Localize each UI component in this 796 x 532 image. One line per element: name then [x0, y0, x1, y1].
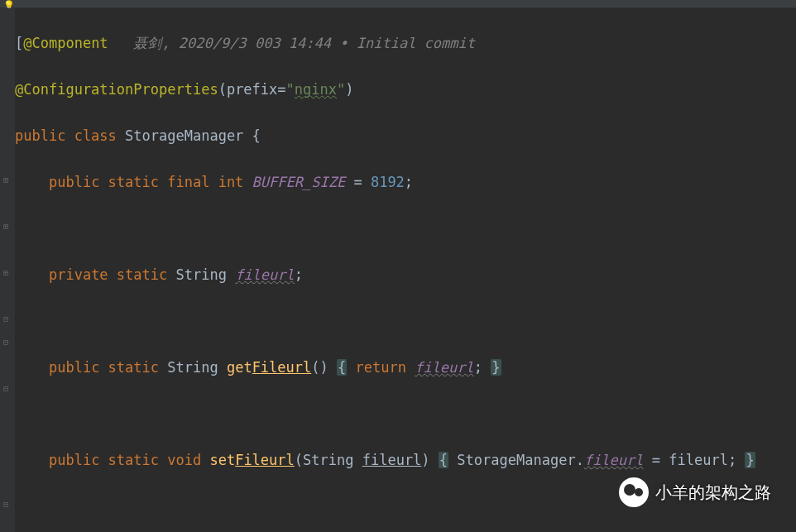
fold-end-icon[interactable]: ⊟	[3, 338, 12, 347]
fold-start-icon[interactable]: ⊟	[3, 315, 12, 324]
fold-icon[interactable]: ⊞	[3, 223, 12, 231]
watermark-text: 小羊的架构之路	[655, 482, 771, 504]
annotation: @ConfigurationProperties	[15, 81, 218, 98]
wechat-icon	[619, 477, 649, 507]
fold-start-icon[interactable]: ⊟	[3, 385, 12, 393]
inlay-author-hint: 聂剑, 2020/9/3 003 14:44 • Initial commit	[133, 35, 475, 51]
fold-icon[interactable]: ⊞	[3, 269, 12, 277]
code-editor[interactable]: [@Component 聂剑, 2020/9/3 003 14:44 • Ini…	[15, 8, 796, 532]
fold-icon[interactable]: ⊞	[3, 176, 12, 185]
fold-start-icon[interactable]: ⊟	[3, 501, 12, 509]
annotation: @Component	[23, 35, 108, 51]
watermark: 小羊的架构之路	[619, 477, 771, 507]
gutter: ⊞ ⊞ ⊞ ⊟ ⊟ ⊟ ⊟	[0, 8, 15, 532]
